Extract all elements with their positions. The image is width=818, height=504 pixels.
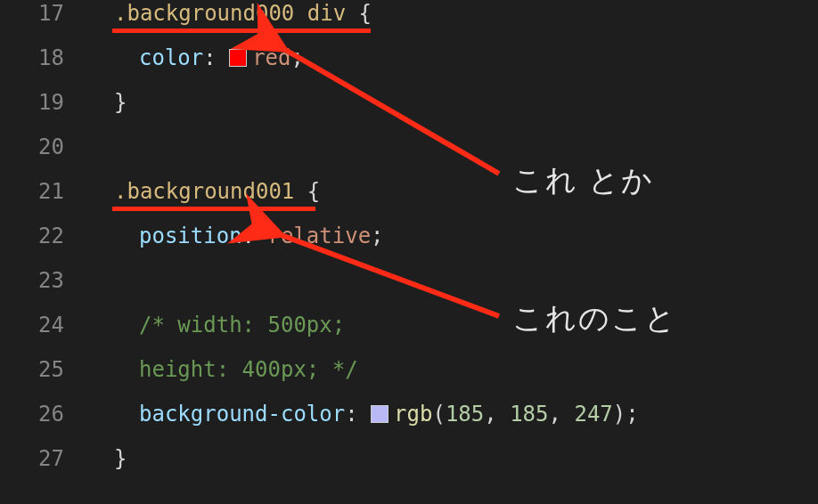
semicolon: ; — [371, 224, 383, 248]
css-comment: height: 400px; */ — [139, 357, 358, 382]
code-editor[interactable]: 16 17 .background000 div { 18 color: red… — [0, 0, 818, 477]
line-number: 24 — [0, 313, 89, 337]
css-property: position — [139, 224, 242, 248]
code-content[interactable]: background-color: rgb(185, 185, 247); — [89, 402, 639, 427]
line-number: 25 — [0, 357, 89, 382]
code-content[interactable]: } — [89, 90, 127, 115]
code-content[interactable]: .background001 { — [89, 179, 320, 204]
colon: : — [242, 224, 268, 248]
line-number: 19 — [0, 90, 89, 115]
code-content[interactable]: position: relative; — [89, 224, 384, 248]
paren-close: ) — [613, 402, 626, 427]
css-function: rgb — [394, 402, 432, 427]
code-content[interactable]: .background000 div { — [89, 1, 372, 26]
brace-open: { — [346, 1, 372, 26]
semicolon: ; — [626, 402, 638, 427]
line-number: 21 — [0, 179, 89, 204]
semicolon: ; — [291, 45, 304, 70]
css-property: background-color — [139, 402, 345, 427]
paren-open: ( — [432, 402, 445, 427]
code-content[interactable]: } — [89, 446, 127, 471]
css-comment: /* width: 500px; — [139, 313, 345, 337]
colon: : — [345, 402, 371, 427]
css-number: 185 — [510, 402, 548, 427]
brace-close: } — [114, 446, 127, 471]
css-selector: .background000 div — [114, 1, 346, 26]
css-number: 185 — [446, 402, 484, 427]
css-value: relative — [268, 224, 372, 248]
brace-open: { — [294, 179, 320, 204]
line-number: 26 — [0, 402, 89, 427]
code-content[interactable]: height: 400px; */ — [89, 357, 358, 382]
comma: , — [549, 402, 575, 427]
comma: , — [484, 402, 510, 427]
code-content[interactable]: /* width: 500px; — [89, 313, 345, 337]
annotation-underline — [112, 28, 371, 33]
brace-close: } — [114, 90, 127, 115]
code-content[interactable]: color: red; — [89, 45, 304, 70]
color-swatch-lavender[interactable] — [371, 405, 389, 423]
css-property: color — [139, 45, 203, 70]
css-selector: .background001 — [114, 179, 294, 204]
css-number: 247 — [574, 402, 612, 427]
css-value: red — [252, 45, 290, 70]
line-number: 18 — [0, 45, 89, 70]
annotation-text: これ とか — [512, 160, 654, 201]
color-swatch-red[interactable] — [229, 49, 247, 67]
line-number: 23 — [0, 268, 89, 293]
line-number: 22 — [0, 224, 89, 248]
line-number: 27 — [0, 446, 89, 471]
annotation-underline — [112, 207, 315, 211]
line-number: 20 — [0, 134, 89, 159]
colon: : — [203, 45, 229, 70]
annotation-text: これのこと — [512, 298, 677, 339]
line-number: 17 — [0, 1, 89, 26]
